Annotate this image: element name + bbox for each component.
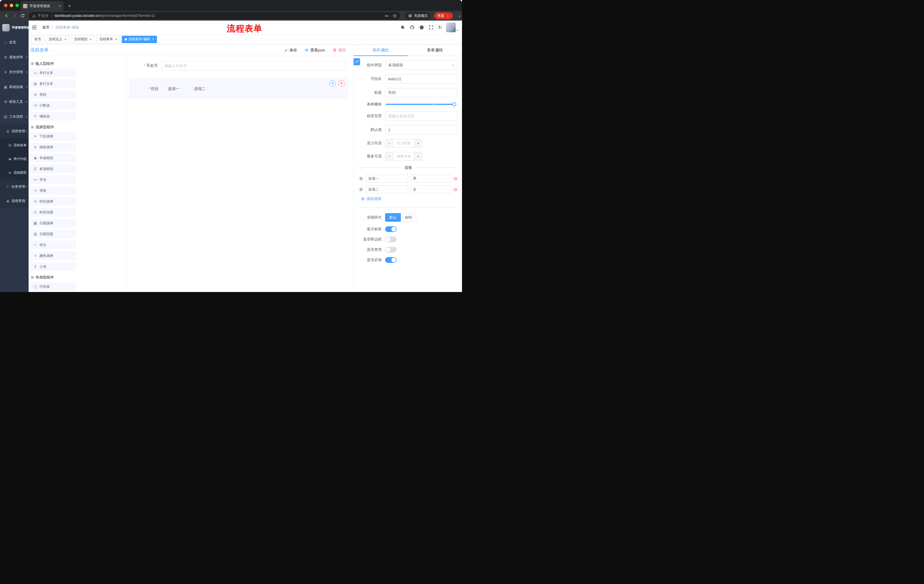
new-tab-button[interactable]: +: [66, 2, 73, 10]
min-select-value[interactable]: 至少应选: [393, 139, 414, 147]
minus-button[interactable]: −: [385, 139, 393, 147]
tag-close-icon[interactable]: ×: [115, 38, 117, 41]
zoom-window-button[interactable]: [15, 4, 19, 7]
toggle-required[interactable]: [385, 257, 396, 263]
tab-form-props[interactable]: 表单属性: [408, 44, 462, 56]
component-select[interactable]: ▾下拉选择: [30, 132, 76, 141]
slider-handle[interactable]: [452, 102, 456, 106]
component-rate[interactable]: ☆评分: [30, 240, 76, 249]
toggle-disabled[interactable]: [385, 247, 396, 253]
title-input[interactable]: [385, 88, 457, 97]
browser-tab[interactable]: 芋道管理系统 ×: [21, 1, 63, 11]
fullscreen-icon[interactable]: [429, 25, 433, 30]
gender-option-1-checkbox[interactable]: 选项一: [162, 86, 180, 91]
sidebar-item-infrastructure[interactable]: ▣基础设施▾: [0, 79, 29, 94]
tag-home[interactable]: 首页: [31, 36, 44, 43]
font-size-icon[interactable]: TT: [438, 25, 441, 30]
tab-close-icon[interactable]: ×: [59, 4, 61, 8]
sidebar-item-process-form[interactable]: ⊟流程表单: [0, 138, 29, 152]
plus-button[interactable]: +: [414, 139, 422, 147]
minus-button[interactable]: −: [385, 152, 393, 160]
sidebar-item-leave-query[interactable]: ♟请假查询: [0, 194, 29, 208]
component-time-range[interactable]: ◴时间范围: [30, 208, 76, 217]
field-name-input[interactable]: [385, 74, 457, 84]
github-icon[interactable]: [410, 25, 414, 30]
url-address-bar[interactable]: 不安全 dashboard.yudao.iocoder.cn/bpm/manag…: [29, 12, 400, 20]
minimize-window-button[interactable]: [10, 4, 13, 7]
toggle-show-label[interactable]: [385, 226, 396, 232]
add-option-button[interactable]: ⊕ 添加选项: [361, 196, 457, 201]
option-label-input[interactable]: [366, 186, 408, 193]
tag-process-model[interactable]: 流程模型×: [71, 36, 95, 43]
sidebar-item-process-model[interactable]: ➤流程模型: [0, 166, 29, 179]
phone-field-row[interactable]: 手机号: [129, 61, 349, 70]
component-slider[interactable]: ⊸滑块: [30, 186, 76, 195]
close-window-button[interactable]: [4, 4, 7, 7]
help-icon[interactable]: [419, 25, 424, 30]
password-key-icon[interactable]: [385, 14, 389, 18]
component-editor[interactable]: ✎编辑器: [30, 112, 76, 120]
user-avatar-menu[interactable]: ▾: [446, 23, 458, 32]
drag-handle-icon[interactable]: [359, 176, 363, 181]
bookmark-star-icon[interactable]: [393, 14, 397, 18]
label-width-input[interactable]: [385, 112, 457, 120]
style-default-button[interactable]: 默认: [385, 213, 401, 222]
tab-component-props[interactable]: 组件属性: [354, 44, 408, 56]
search-icon[interactable]: [400, 25, 405, 30]
tag-close-icon[interactable]: ×: [64, 38, 67, 41]
phone-input[interactable]: [161, 61, 346, 70]
component-counter[interactable]: 123计数器: [30, 101, 76, 110]
component-upload[interactable]: ↥上传: [30, 262, 76, 271]
remove-option-icon[interactable]: ⊖: [454, 187, 457, 192]
incognito-badge[interactable]: 无痕模式: [405, 12, 431, 20]
tag-close-icon[interactable]: ×: [90, 38, 92, 41]
component-checkbox-group[interactable]: ☑多选框组: [30, 165, 76, 173]
component-textarea[interactable]: ▤多行文本: [30, 79, 76, 88]
gender-option-2-checkbox[interactable]: 选项二: [188, 86, 206, 91]
option-label-input[interactable]: [366, 174, 408, 183]
sidebar-item-home[interactable]: ⌂首页: [0, 35, 29, 50]
component-time[interactable]: ◷时间选择: [30, 197, 76, 206]
component-row[interactable]: ▢行容器: [30, 282, 76, 291]
component-radio-group[interactable]: ◉单选框组: [30, 154, 76, 162]
hamburger-menu-icon[interactable]: [31, 24, 38, 31]
design-canvas[interactable]: 手机号 性别: [127, 56, 353, 292]
max-select-value[interactable]: 最多可选: [393, 152, 414, 160]
default-value-input[interactable]: [385, 125, 457, 134]
sidebar-item-devtools[interactable]: ⚒研发工具▾: [0, 94, 29, 109]
save-button[interactable]: ✓ 保存: [285, 48, 297, 53]
component-type-select[interactable]: 多选框组 ▼: [385, 61, 457, 70]
browser-update-button[interactable]: 更新 ⋮: [434, 12, 453, 20]
component-color[interactable]: ◑颜色选择: [30, 252, 76, 260]
forward-button[interactable]: [11, 12, 18, 20]
gender-field-selected[interactable]: 性别 选项一 选项二: [129, 78, 348, 99]
form-grid-slider[interactable]: [386, 104, 455, 105]
clear-button[interactable]: 清空: [332, 48, 346, 53]
tag-close-icon[interactable]: ×: [152, 38, 154, 41]
chevron-down-icon[interactable]: ▾: [459, 15, 460, 18]
option-value-input[interactable]: [410, 174, 451, 183]
toggle-border[interactable]: [385, 237, 396, 242]
link-badge[interactable]: [354, 58, 360, 65]
component-date[interactable]: ▦日期选择: [30, 219, 76, 227]
component-cascader[interactable]: ⋔级联选择: [30, 143, 76, 151]
sidebar-logo[interactable]: 芋道管理系统: [0, 21, 29, 35]
sidebar-item-workflow[interactable]: ▤工作流程▴: [0, 109, 29, 124]
sidebar-item-process-management[interactable]: ≣流程管理▴: [0, 124, 29, 138]
breadcrumb-home[interactable]: 首页: [42, 25, 50, 30]
tag-process-form-edit[interactable]: 流程表单-编辑×: [122, 36, 157, 43]
reload-button[interactable]: [19, 12, 26, 20]
option-value-input[interactable]: [410, 186, 451, 193]
sidebar-item-payment[interactable]: ¥支付管理▾: [0, 64, 29, 79]
component-date-range[interactable]: ▥日期范围: [30, 230, 76, 238]
sidebar-item-system[interactable]: ⚙系统管理▾: [0, 50, 29, 64]
sidebar-item-user-group[interactable]: ☻用户分组: [0, 152, 29, 166]
style-button-button[interactable]: 按钮: [401, 213, 416, 222]
copy-component-button[interactable]: [329, 80, 336, 87]
browser-menu-dots-icon[interactable]: ⋮: [446, 14, 450, 18]
view-json-button[interactable]: 查看json: [304, 48, 325, 53]
tag-process-definition[interactable]: 流程定义×: [46, 36, 69, 43]
drag-handle-icon[interactable]: [359, 187, 363, 192]
delete-component-button[interactable]: [338, 80, 345, 87]
tag-process-form[interactable]: 流程表单×: [96, 36, 120, 43]
